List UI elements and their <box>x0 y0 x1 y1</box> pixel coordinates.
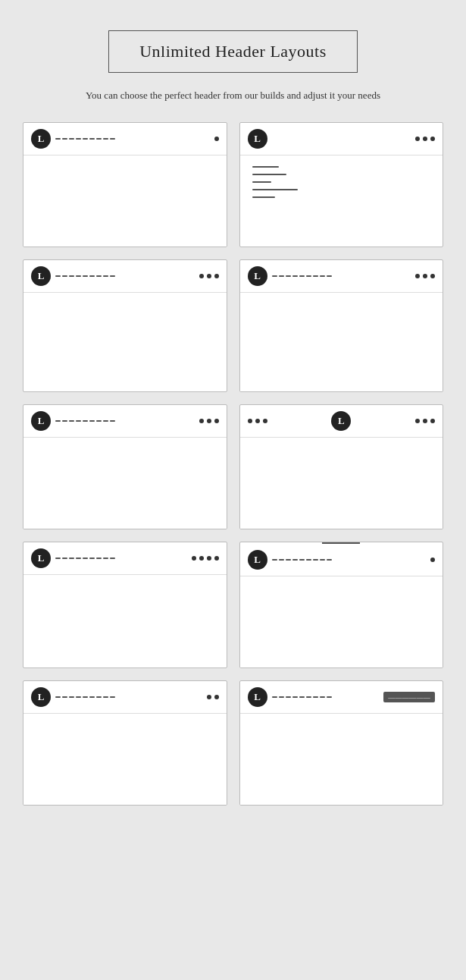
tab-underline <box>322 542 360 544</box>
logo-icon-3: L <box>31 266 51 286</box>
layout-card-4[interactable]: L <box>239 259 444 392</box>
nav-dashes-9 <box>55 696 202 698</box>
nav-dashes-4 <box>272 275 411 277</box>
header-button[interactable]: —————— <box>383 692 435 702</box>
subtitle: You can choose the perfect header from o… <box>23 88 443 103</box>
nav-dashes-3 <box>55 275 195 277</box>
card-8-header: L <box>240 544 443 576</box>
layout-card-6[interactable]: L <box>239 404 444 529</box>
card-6-header: L <box>240 405 443 438</box>
menu-line <box>252 166 279 168</box>
layout-card-8[interactable]: L <box>239 542 444 668</box>
logo-icon-4: L <box>248 266 267 286</box>
card-10-header: L —————— <box>240 681 443 714</box>
dots-8 <box>430 558 435 562</box>
logo-icon-10: L <box>248 687 267 707</box>
menu-line <box>252 189 298 190</box>
logo-icon-2: L <box>248 129 267 149</box>
page-title: Unlimited Header Layouts <box>108 30 358 73</box>
dots-6-right <box>415 419 435 423</box>
card-2-header: L <box>240 123 443 155</box>
logo-icon-5: L <box>31 411 51 431</box>
card-7-body <box>23 575 227 666</box>
layout-card-7[interactable]: L <box>23 542 227 668</box>
menu-line <box>252 174 286 175</box>
card-8-body <box>240 576 443 667</box>
menu-line <box>252 196 275 198</box>
dots-1 <box>214 137 219 141</box>
layout-card-5[interactable]: L <box>23 404 227 529</box>
card-1-header: L <box>23 123 227 155</box>
card-1-body <box>23 155 227 247</box>
nav-dashes-8 <box>272 559 427 561</box>
card-9-header: L <box>23 681 227 714</box>
nav-dashes-7 <box>55 558 187 559</box>
menu-line <box>252 181 271 183</box>
card-4-body <box>240 293 443 391</box>
layout-card-3[interactable]: L <box>23 259 227 392</box>
dots-9 <box>207 695 219 699</box>
card-5-body <box>23 438 227 529</box>
card-6-body <box>240 438 443 529</box>
dots-4 <box>415 274 435 278</box>
nav-dashes-5 <box>55 420 195 422</box>
card-3-body <box>23 293 227 384</box>
card-7-header: L <box>23 542 227 575</box>
layout-card-2[interactable]: L <box>239 122 444 247</box>
logo-icon-7: L <box>31 548 51 568</box>
logo-icon-8: L <box>248 550 267 570</box>
logo-icon-9: L <box>31 687 51 707</box>
nav-dashes-10 <box>272 696 380 698</box>
card-10-body <box>240 714 443 805</box>
layout-card-1[interactable]: L <box>23 122 227 247</box>
card-4-header: L <box>240 260 443 293</box>
dots-6-left <box>248 419 267 423</box>
card-3-header: L <box>23 260 227 293</box>
card-2-body-menu <box>240 155 443 247</box>
layout-card-10[interactable]: L —————— <box>239 680 444 806</box>
logo-icon-6: L <box>331 411 351 431</box>
dots-7 <box>192 556 219 561</box>
dots-2 <box>415 137 435 141</box>
logo-icon-1: L <box>31 129 51 149</box>
layouts-grid: L L <box>23 122 443 806</box>
nav-dashes-1 <box>55 138 210 140</box>
card-5-header: L <box>23 405 227 438</box>
dots-3 <box>199 274 219 278</box>
card-9-body <box>23 714 227 805</box>
layout-card-9[interactable]: L <box>23 680 227 806</box>
dots-5 <box>199 419 219 423</box>
